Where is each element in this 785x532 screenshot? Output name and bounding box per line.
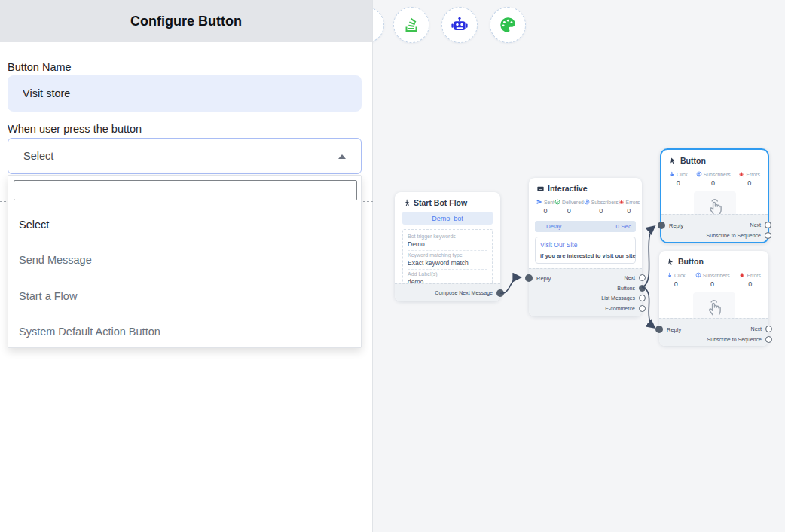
node-interactive[interactable]: Interactive Sent 0 Delivered 0 Subscribe… — [529, 178, 642, 316]
action-label: When user press the button — [8, 123, 142, 135]
output-port-label: List Messages — [601, 295, 635, 301]
node-header: Button — [661, 150, 768, 168]
bug-icon — [619, 199, 625, 205]
bot-name-pill[interactable]: Demo_bot — [402, 212, 493, 225]
palette-icon — [498, 15, 518, 35]
output-port-label: Next — [750, 222, 761, 228]
stat-subscribers: Subscribers 0 — [695, 272, 730, 288]
stack-icon — [402, 16, 420, 34]
bug-icon — [738, 171, 744, 177]
message-title: Visit Our Site — [540, 241, 631, 249]
field-value: Demo — [408, 240, 487, 248]
node-header: Start Bot Flow — [395, 192, 500, 210]
node-footer: Compose Next Message — [395, 283, 500, 301]
paper-plane-icon — [536, 199, 542, 205]
output-port-next[interactable] — [765, 326, 772, 332]
dropdown-option-system-default-action-button[interactable]: System Default Action Button — [8, 314, 361, 350]
input-port-reply[interactable] — [525, 274, 533, 282]
output-port-next-row: Next — [750, 220, 771, 231]
node-stats: Click 0 Subscribers 0 Errors 0 — [661, 168, 768, 187]
dropdown-search-input[interactable] — [14, 180, 357, 200]
delay-label: ... Delay — [539, 223, 561, 230]
output-port-list-messages[interactable] — [639, 295, 646, 301]
node-button-1[interactable]: Button Click 0 Subscribers 0 Errors 0 — [660, 148, 769, 243]
stat-click: Click 0 — [667, 272, 686, 288]
node-title: Start Bot Flow — [414, 198, 467, 207]
configure-button-panel: Configure Button Button Name When user p… — [0, 0, 373, 532]
dropdown-option-start-a-flow[interactable]: Start a Flow — [8, 278, 361, 314]
toolbar-button-stack[interactable] — [393, 7, 429, 43]
message-body: if you are interested to visit our site — [540, 252, 631, 259]
output-port-subscribe-row: Subscribe to Sequence — [707, 231, 771, 241]
cursor-pointer-icon — [667, 258, 675, 266]
message-preview[interactable]: Visit Our Site if you are interested to … — [535, 237, 636, 264]
stat-subscribers: Subscribers 0 — [696, 171, 731, 187]
input-port-label: Reply — [667, 326, 681, 333]
subscriber-icon — [584, 199, 590, 205]
output-port-label: Subscribe to Sequence — [707, 233, 761, 238]
input-port-reply-row: Reply — [658, 222, 683, 229]
panel-title: Configure Button — [0, 0, 372, 42]
toolbar-button-bot[interactable] — [441, 7, 478, 43]
node-footer: Reply Next Subscribe to Sequence — [661, 214, 768, 242]
input-port-reply[interactable] — [658, 222, 665, 229]
node-footer: Reply Next Buttons List Messages E-comme… — [529, 268, 642, 316]
output-port-subscribe-row: Subscribe to Sequence — [707, 335, 772, 345]
input-port-reply-row: Reply — [525, 274, 551, 282]
output-port-list-messages-row: List Messages — [601, 293, 646, 304]
robot-icon — [450, 15, 469, 35]
button-name-input[interactable] — [8, 75, 362, 112]
node-stats: Click 0 Subscribers 0 Errors 0 — [659, 269, 768, 288]
output-port-subscribe-to-sequence[interactable] — [765, 336, 772, 343]
dropdown-option-send-message[interactable]: Send Message — [8, 243, 361, 279]
output-port-label: Next — [751, 326, 762, 332]
stat-click: Click 0 — [669, 171, 688, 187]
field-value: Exact keyword match — [408, 259, 487, 267]
delay-value: 0 Sec — [616, 223, 631, 230]
output-port-label: E-commerce — [605, 306, 635, 311]
output-port-next[interactable] — [765, 222, 771, 228]
output-port-label: Buttons — [617, 286, 635, 291]
stat-errors: Errors 0 — [739, 272, 761, 288]
input-port-label: Reply — [536, 275, 551, 282]
bot-config-fields: Bot trigger keywords Demo Keyword matchi… — [402, 229, 493, 289]
subscriber-icon — [695, 272, 701, 278]
field-label: Add Label(s) — [408, 271, 487, 277]
input-port-reply-row: Reply — [655, 326, 681, 333]
output-port-ecommerce[interactable] — [639, 305, 646, 312]
dropdown-option-select[interactable]: Select — [8, 206, 361, 243]
chevron-up-icon — [338, 154, 346, 159]
output-port-next[interactable] — [639, 274, 646, 281]
node-title: Button — [680, 156, 706, 165]
toolbar-button-theme[interactable] — [490, 7, 526, 43]
output-port-label: Compose Next Message — [435, 290, 493, 295]
action-dropdown: Select Send Message Start a Flow System … — [8, 175, 362, 348]
check-circle-icon — [554, 199, 560, 205]
field-label: Bot trigger keywords — [408, 234, 487, 239]
stat-subscribers: Subscribers 0 — [584, 199, 619, 215]
stat-errors: Errors 0 — [619, 199, 640, 215]
click-icon — [667, 272, 673, 278]
stat-delivered: Delivered 0 — [554, 199, 584, 215]
button-name-label: Button Name — [8, 61, 72, 73]
stat-errors: Errors 0 — [738, 171, 760, 187]
node-start-bot-flow[interactable]: Start Bot Flow Demo_bot Bot trigger keyw… — [395, 192, 500, 301]
field-separator — [408, 250, 487, 251]
walking-person-icon — [402, 199, 411, 207]
node-button-2[interactable]: Button Click 0 Subscribers 0 Errors 0 — [659, 251, 768, 346]
node-footer: Reply Next Subscribe to Sequence — [659, 318, 768, 346]
output-port-ecommerce-row: E-commerce — [605, 304, 646, 314]
field-label: Keyword matching type — [408, 252, 487, 258]
delay-bar[interactable]: ... Delay 0 Sec — [535, 221, 636, 232]
output-port-label: Subscribe to Sequence — [707, 337, 762, 342]
bug-icon — [739, 272, 745, 278]
action-select[interactable]: Select — [8, 138, 362, 174]
output-port-subscribe-to-sequence[interactable] — [765, 232, 771, 239]
dropdown-options: Select Send Message Start a Flow System … — [8, 206, 361, 350]
node-title: Button — [678, 257, 704, 266]
click-icon — [669, 171, 675, 177]
input-port-reply[interactable] — [655, 326, 663, 333]
output-port-next-row: Next — [625, 273, 646, 283]
output-port-buttons[interactable] — [639, 285, 646, 292]
output-port-compose-next-message[interactable] — [496, 289, 504, 297]
